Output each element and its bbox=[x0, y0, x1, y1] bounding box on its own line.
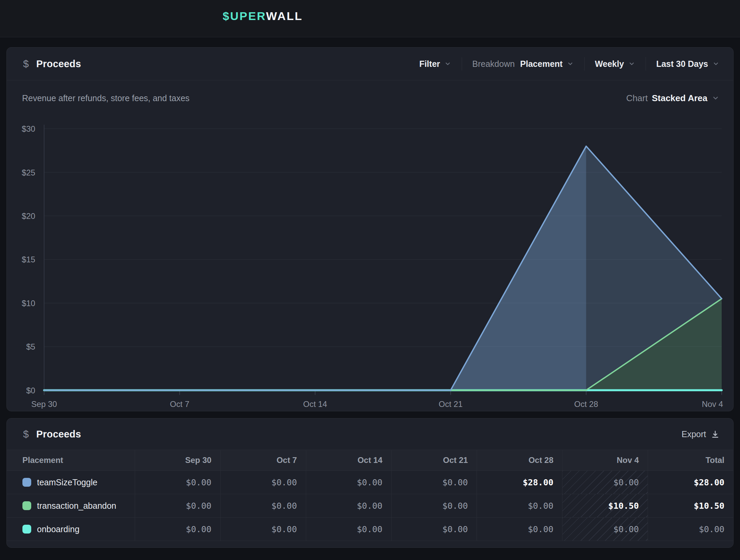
top-bar: $UPERWALL bbox=[0, 0, 740, 37]
chevron-down-icon bbox=[712, 60, 720, 68]
chart-card-title: Proceeds bbox=[36, 58, 81, 70]
x-axis-tick-label: Oct 28 bbox=[574, 399, 598, 409]
period-value: Weekly bbox=[595, 59, 624, 69]
divider bbox=[462, 57, 462, 71]
logo-prefix: $UPER bbox=[223, 10, 266, 22]
column-header: Oct 7 bbox=[220, 450, 306, 471]
breakdown-label: Breakdown bbox=[472, 59, 515, 69]
y-axis-tick-label: $20 bbox=[22, 211, 35, 221]
value-cell: $0.00 bbox=[306, 494, 391, 518]
value-cell: $0.00 bbox=[306, 518, 391, 541]
logo-suffix: WALL bbox=[266, 10, 303, 22]
column-header: Sep 30 bbox=[135, 450, 220, 471]
column-header: Oct 21 bbox=[391, 450, 477, 471]
value-cell: $0.00 bbox=[135, 471, 220, 494]
dollar-icon: $ bbox=[23, 428, 29, 440]
divider bbox=[584, 57, 585, 71]
chart-card-header: $ Proceeds Filter Breakdown Placement We… bbox=[7, 48, 733, 80]
row-label: teamSizeToggle bbox=[7, 471, 135, 494]
proceeds-table: PlacementSep 30Oct 7Oct 14Oct 21Oct 28No… bbox=[7, 450, 733, 541]
value-cell: $0.00 bbox=[135, 518, 220, 541]
value-cell: $0.00 bbox=[135, 494, 220, 518]
chart-type-label: Chart bbox=[626, 93, 648, 104]
value-cell: $0.00 bbox=[220, 471, 306, 494]
filter-label: Filter bbox=[419, 59, 440, 69]
column-header: Oct 14 bbox=[306, 450, 391, 471]
chart-canvas: $0$5$10$15$20$25$30Sep 30Oct 7Oct 14Oct … bbox=[16, 108, 724, 414]
y-axis-tick-label: $30 bbox=[22, 124, 35, 133]
value-cell: $0.00 bbox=[562, 518, 648, 541]
filter-dropdown[interactable]: Filter bbox=[419, 59, 451, 69]
total-cell: $10.50 bbox=[648, 494, 733, 518]
chevron-down-icon bbox=[711, 94, 720, 102]
value-cell: $0.00 bbox=[562, 471, 648, 494]
chart-subtitle: Revenue after refunds, store fees, and t… bbox=[22, 93, 189, 103]
y-axis-tick-label: $15 bbox=[22, 255, 35, 264]
row-label: transaction_abandon bbox=[7, 494, 135, 518]
column-header: Placement bbox=[7, 450, 135, 471]
superwall-logo[interactable]: $UPERWALL bbox=[223, 10, 303, 23]
x-axis-tick-label: Nov 4 bbox=[702, 399, 723, 409]
table-card-header: $ Proceeds Export bbox=[7, 418, 733, 450]
export-label: Export bbox=[682, 429, 706, 439]
value-cell: $10.50 bbox=[562, 494, 648, 518]
value-cell: $0.00 bbox=[477, 494, 562, 518]
y-axis-tick-label: $0 bbox=[26, 386, 35, 395]
export-button[interactable]: Export bbox=[682, 429, 720, 439]
x-axis-tick-label: Oct 14 bbox=[303, 399, 327, 409]
chart-controls: Filter Breakdown Placement Weekly Last 3… bbox=[419, 57, 720, 71]
period-dropdown[interactable]: Weekly bbox=[595, 59, 635, 69]
date-range-value: Last 30 Days bbox=[656, 59, 708, 69]
value-cell: $0.00 bbox=[306, 471, 391, 494]
series-color-swatch bbox=[22, 525, 31, 534]
chevron-down-icon bbox=[444, 60, 451, 68]
area-fill-teamSizeToggle bbox=[44, 146, 586, 390]
download-icon bbox=[711, 430, 720, 438]
breakdown-value: Placement bbox=[520, 59, 562, 69]
value-cell: $0.00 bbox=[220, 494, 306, 518]
column-header: Oct 28 bbox=[477, 450, 562, 471]
chart-type-value: Stacked Area bbox=[652, 93, 707, 104]
chart-type-dropdown[interactable]: Chart Stacked Area bbox=[626, 93, 720, 104]
chevron-down-icon bbox=[628, 60, 635, 68]
y-axis-tick-label: $25 bbox=[22, 168, 35, 177]
x-axis-tick-label: Sep 30 bbox=[31, 399, 57, 409]
y-axis-tick-label: $10 bbox=[22, 299, 35, 308]
column-header: Total bbox=[648, 450, 733, 471]
dollar-icon: $ bbox=[23, 58, 29, 70]
value-cell: $0.00 bbox=[477, 518, 562, 541]
value-cell: $28.00 bbox=[477, 471, 562, 494]
x-axis-tick-label: Oct 21 bbox=[439, 399, 463, 409]
proceeds-table-card: $ Proceeds Export PlacementSep 30Oct 7Oc… bbox=[6, 418, 734, 548]
total-cell: $28.00 bbox=[648, 471, 733, 494]
series-color-swatch bbox=[22, 501, 31, 510]
x-axis-tick-label: Oct 7 bbox=[170, 399, 189, 409]
proceeds-chart-card: $ Proceeds Filter Breakdown Placement We… bbox=[6, 47, 734, 411]
chevron-down-icon bbox=[567, 60, 574, 68]
table-card-title: Proceeds bbox=[36, 429, 81, 440]
row-label: onboarding bbox=[7, 518, 135, 541]
total-cell: $0.00 bbox=[648, 518, 733, 541]
value-cell: $0.00 bbox=[391, 471, 477, 494]
date-range-dropdown[interactable]: Last 30 Days bbox=[656, 59, 720, 69]
value-cell: $0.00 bbox=[391, 518, 477, 541]
column-header: Nov 4 bbox=[562, 450, 648, 471]
value-cell: $0.00 bbox=[220, 518, 306, 541]
value-cell: $0.00 bbox=[391, 494, 477, 518]
series-color-swatch bbox=[22, 478, 31, 487]
y-axis-tick-label: $5 bbox=[26, 342, 35, 351]
stacked-area-chart[interactable]: $0$5$10$15$20$25$30Sep 30Oct 7Oct 14Oct … bbox=[16, 108, 724, 414]
breakdown-dropdown[interactable]: Breakdown Placement bbox=[472, 59, 574, 69]
divider bbox=[646, 57, 646, 71]
